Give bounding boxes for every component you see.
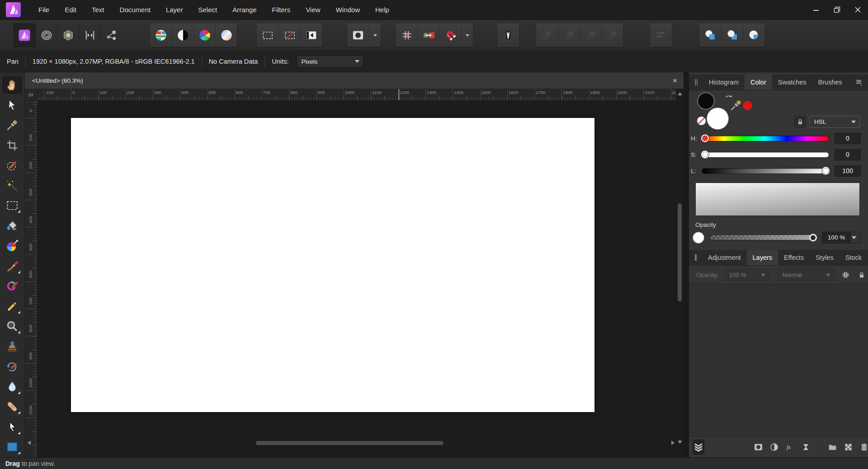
export-persona-button[interactable] [100,23,122,47]
slider-track-lightness[interactable] [702,168,829,174]
scroll-up-icon[interactable] [678,92,682,95]
blend-options-gear-icon[interactable] [841,270,850,280]
tool-healing[interactable] [2,398,22,416]
auto-colour-button[interactable] [193,23,215,47]
tone-mapping-persona-button[interactable] [79,23,100,47]
scroll-down-icon[interactable] [678,441,682,444]
adjustment-layer-button[interactable] [769,442,779,452]
layers-panel-tab-stock[interactable]: Stock [840,250,868,265]
layer-effects-button[interactable]: fx [785,442,795,452]
color-panel-tab-histogram[interactable]: Histogram [703,75,745,90]
v-scrollbar[interactable] [676,90,683,446]
auto-levels-button[interactable] [150,23,172,47]
menu-document[interactable]: Document [112,0,158,20]
force-pixel-alignment-button[interactable] [418,23,439,47]
slider-track-saturation[interactable] [702,152,829,158]
tool-selection-brush[interactable] [2,156,22,174]
background-colour-swatch[interactable] [697,92,715,110]
tool-colour-picker[interactable] [2,116,22,134]
colour-model-select[interactable]: HSL [809,116,860,128]
menu-help[interactable]: Help [368,0,397,20]
tool-undo-brush[interactable] [2,357,22,375]
tool-paint-brush[interactable] [2,257,22,275]
color-panel-tab-color[interactable]: Color [745,75,772,90]
auto-contrast-button[interactable] [172,23,193,47]
scroll-right-icon[interactable] [671,441,675,445]
deselect-button[interactable] [278,23,300,47]
geometry-subtract-button[interactable] [721,23,743,47]
layers-panel-tab-styles[interactable]: Styles [810,250,840,265]
photo-persona-button[interactable] [14,23,35,47]
tool-crop[interactable] [2,136,22,155]
opacity-value[interactable]: 100 % [822,232,851,244]
v-scrollbar-thumb[interactable] [678,203,682,301]
opacity-swatch[interactable] [693,232,704,244]
delete-layer-button[interactable] [859,442,868,452]
color-panel-tab-brushes[interactable]: Brushes [812,75,848,90]
h-scrollbar[interactable] [28,439,675,446]
tool-zoom[interactable] [2,317,22,335]
menu-view[interactable]: View [298,0,328,20]
layers-panel-tab-layers[interactable]: Layers [747,250,778,265]
picked-colour-swatch[interactable] [742,100,753,111]
scroll-left-icon[interactable] [28,441,31,445]
tool-colour-replacement-brush[interactable] [2,277,22,295]
foreground-colour-swatch[interactable] [707,108,729,130]
liquify-persona-button[interactable] [35,23,57,47]
mask-dropdown-button[interactable] [369,23,381,47]
layers-panel-tab-adjustment[interactable]: Adjustment [702,250,747,265]
slider-track-hue[interactable] [702,136,829,141]
layer-lock-icon[interactable] [858,271,866,279]
mask-layer-button[interactable] [753,442,763,452]
group-layers-button[interactable] [827,442,837,452]
invert-selection-button[interactable] [300,23,322,47]
menu-edit[interactable]: Edit [57,0,84,20]
select-all-button[interactable] [257,23,278,47]
menu-filters[interactable]: Filters [264,0,298,20]
slider-handle-hue[interactable] [701,135,709,142]
lock-button[interactable] [794,116,806,128]
opacity-dropdown[interactable] [851,232,861,244]
slider-value-hue[interactable]: 0 [835,133,861,144]
layers-list[interactable] [689,284,868,437]
menu-select[interactable]: Select [190,0,225,20]
new-mask-button[interactable] [347,23,369,47]
slider-handle-lightness[interactable] [822,167,830,175]
tool-flood-fill[interactable] [2,217,22,235]
tool-clone-stamp[interactable] [2,338,22,356]
restore-button[interactable] [826,0,847,19]
panel-menu-icon[interactable] [854,78,863,87]
slider-value-lightness[interactable]: 100 [835,165,861,177]
minimize-button[interactable] [806,0,826,19]
tool-move[interactable] [2,96,22,114]
new-layer-button[interactable] [843,442,853,452]
snapping-magnet-button[interactable] [439,23,461,47]
canvas-viewport[interactable] [38,101,676,457]
tool-blur[interactable] [2,378,22,396]
snapping-grid-button[interactable] [396,23,418,47]
layers-panel-tab-effects[interactable]: Effects [778,250,810,265]
panel-grip-icon[interactable] [695,79,698,85]
close-button[interactable] [847,0,868,19]
menu-arrange[interactable]: Arrange [225,0,264,20]
canvas[interactable] [71,118,594,412]
h-scrollbar-thumb[interactable] [256,441,443,445]
colour-picker-icon[interactable] [729,98,743,112]
no-colour-swatch[interactable] [696,116,707,126]
opacity-slider[interactable] [710,234,816,240]
menu-window[interactable]: Window [328,0,368,20]
tool-view[interactable] [2,76,22,94]
tool-node[interactable] [2,418,22,436]
units-select[interactable]: Pixels [297,56,363,67]
opacity-slider-handle[interactable] [809,234,817,241]
slider-value-saturation[interactable]: 0 [835,149,861,160]
tool-gradient[interactable] [2,237,22,255]
auto-white-balance-button[interactable] [215,23,237,47]
document-tab[interactable]: <Untitled> (60.3%) [32,77,83,84]
scope-button[interactable] [693,440,704,455]
geometry-add-button[interactable] [699,23,721,47]
tool-pixel[interactable] [2,297,22,315]
menu-layer[interactable]: Layer [158,0,191,20]
tab-close-button[interactable]: × [673,77,677,84]
panel-grip-icon[interactable] [695,254,697,261]
